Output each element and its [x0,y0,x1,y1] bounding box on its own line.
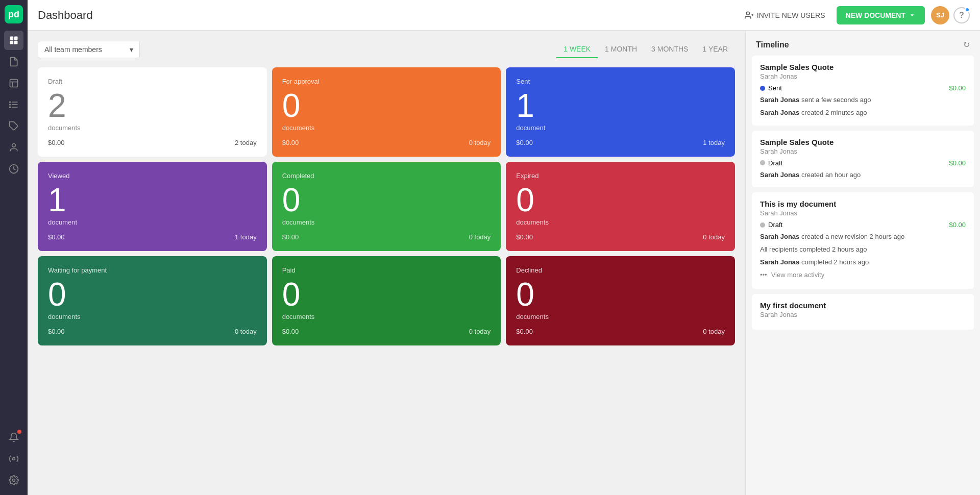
timeline-doc-title: My first document [760,301,966,310]
stat-footer: $0.00 2 today [48,139,257,146]
timeline-doc-author: Sarah Jonas [760,147,966,155]
new-document-button[interactable]: NEW DOCUMENT [837,6,925,24]
stat-amount: $0.00 [48,233,65,241]
timeline-header: Timeline ↻ [746,31,980,56]
stat-amount: $0.00 [282,328,299,335]
sidebar-item-reports[interactable] [4,159,23,179]
timeline-doc-author: Sarah Jonas [760,72,966,80]
stat-today: 1 today [235,233,257,241]
timeline-refresh-button[interactable]: ↻ [963,40,970,50]
stat-doc-label: documents [516,218,725,226]
stat-label: Paid [282,266,491,274]
stat-footer: $0.00 1 today [48,233,257,241]
chevron-down-icon [909,12,916,19]
timeline-title: Timeline [756,40,789,50]
status-label: Draft [768,221,782,229]
timeline-status: Draft [760,221,782,229]
svg-rect-4 [10,80,18,87]
stat-today: 2 today [235,139,257,146]
help-button[interactable]: ? [953,7,970,23]
sidebar-item-notifications[interactable] [4,428,23,447]
timeline-status: Draft [760,159,782,167]
time-filter-3months[interactable]: 3 MONTHS [644,41,695,58]
timeline-amount: $0.00 [949,84,966,92]
timeline-card[interactable]: Sample Sales Quote Sarah Jonas Draft $0.… [752,131,974,188]
stat-card-paid[interactable]: Paid 0 documents $0.00 0 today [272,256,501,345]
app-logo[interactable]: pd [5,5,23,23]
stat-card-completed[interactable]: Completed 0 documents $0.00 0 today [272,162,501,251]
stat-amount: $0.00 [48,139,65,146]
stat-doc-label: documents [282,124,491,132]
stat-doc-label: document [48,218,257,226]
svg-point-18 [746,12,749,15]
stat-number: 0 [48,278,257,311]
timeline-card[interactable]: My first document Sarah Jonas [752,294,974,330]
stat-label: Sent [516,78,725,85]
stat-number: 1 [516,89,725,122]
view-more-activity[interactable]: ••• View more activity [760,268,966,282]
stat-card-draft[interactable]: Draft 2 documents $0.00 2 today [38,67,267,157]
sidebar: pd [0,0,28,495]
svg-rect-2 [10,41,14,44]
timeline-doc-author: Sarah Jonas [760,311,966,318]
stat-number: 0 [516,278,725,311]
invite-users-button[interactable]: INVITE NEW USERS [739,7,831,24]
stats-grid: Draft 2 documents $0.00 2 today For appr… [38,67,735,345]
stat-number: 0 [282,89,491,122]
timeline-card[interactable]: Sample Sales Quote Sarah Jonas Sent $0.0… [752,56,974,126]
stat-label: For approval [282,78,491,85]
avatar[interactable]: SJ [931,6,949,24]
timeline-status: Sent [760,84,782,92]
timeline-activity: Sarah Jonas created an hour ago [760,170,966,181]
stat-amount: $0.00 [282,233,299,241]
sidebar-item-settings[interactable] [4,471,23,490]
timeline-activity: Sarah Jonas completed 2 hours ago [760,257,966,268]
stat-footer: $0.00 0 today [282,328,491,335]
sidebar-item-tags[interactable] [4,116,23,136]
sidebar-item-contacts[interactable] [4,138,23,157]
stat-today: 0 today [235,328,257,335]
sidebar-item-integrations[interactable] [4,449,23,468]
stat-label: Expired [516,172,725,180]
sidebar-item-templates[interactable] [4,73,23,93]
time-filter-1year[interactable]: 1 YEAR [695,41,735,58]
stat-doc-label: documents [48,124,257,132]
timeline-body: Sample Sales Quote Sarah Jonas Sent $0.0… [746,56,980,495]
svg-rect-1 [14,37,18,40]
stat-card-waiting-for-payment[interactable]: Waiting for payment 0 documents $0.00 0 … [38,256,267,345]
stat-amount: $0.00 [282,139,299,146]
timeline-card[interactable]: This is my document Sarah Jonas Draft $0… [752,192,974,288]
sidebar-item-documents[interactable] [4,52,23,71]
status-dot-icon [760,86,765,91]
sidebar-item-dashboard[interactable] [4,31,23,50]
stat-label: Draft [48,78,257,85]
stat-doc-label: documents [48,313,257,320]
svg-point-14 [12,144,16,147]
stat-card-sent[interactable]: Sent 1 document $0.00 1 today [506,67,735,157]
stat-card-for-approval[interactable]: For approval 0 documents $0.00 0 today [272,67,501,157]
stat-card-expired[interactable]: Expired 0 documents $0.00 0 today [506,162,735,251]
timeline-doc-author: Sarah Jonas [760,209,966,217]
status-label: Sent [768,84,782,92]
sidebar-item-catalog[interactable] [4,95,23,114]
stat-card-viewed[interactable]: Viewed 1 document $0.00 1 today [38,162,267,251]
stat-amount: $0.00 [516,233,533,241]
page-title: Dashboard [38,9,739,22]
time-filter-1month[interactable]: 1 MONTH [598,41,644,58]
ellipsis-icon: ••• [760,271,767,279]
stat-number: 1 [48,184,257,216]
dashboard-panel: All team members ▾ 1 WEEK 1 MONTH 3 MONT… [28,31,745,495]
stat-label: Completed [282,172,491,180]
svg-point-11 [10,104,11,105]
timeline-activity: Sarah Jonas created 2 minutes ago [760,108,966,118]
stat-card-declined[interactable]: Declined 0 documents $0.00 0 today [506,256,735,345]
stat-today: 1 today [703,139,725,146]
timeline-activity: Sarah Jonas created a new revision 2 hou… [760,232,966,242]
team-filter-label: All team members [44,45,102,54]
invite-label: INVITE NEW USERS [757,11,825,19]
notification-badge [17,430,21,434]
time-filter-1week[interactable]: 1 WEEK [556,41,598,58]
team-filter-dropdown[interactable]: All team members ▾ [38,41,140,58]
svg-point-17 [13,479,15,482]
stat-amount: $0.00 [516,328,533,335]
